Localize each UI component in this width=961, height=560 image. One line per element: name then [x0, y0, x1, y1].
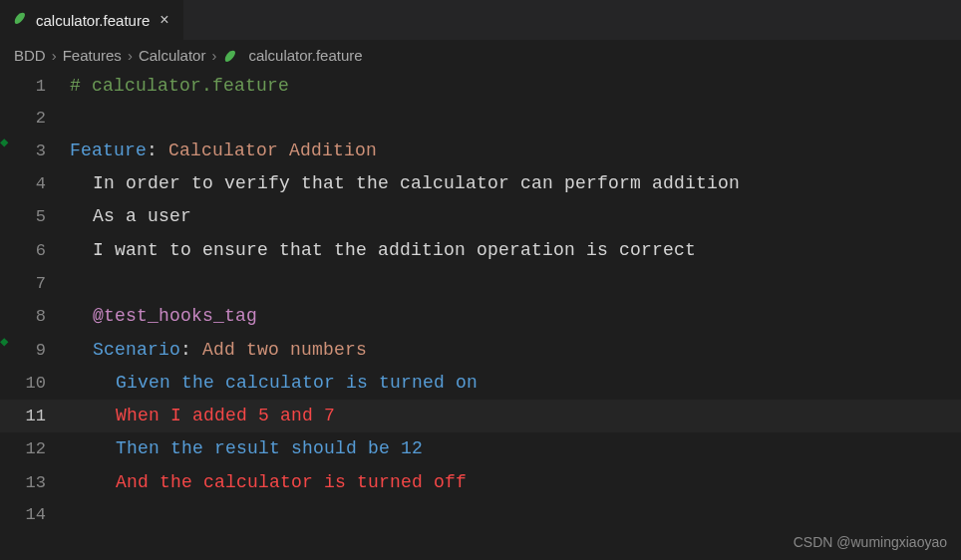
code-line[interactable]: ◆3 Feature: Calculator Addition — [0, 135, 961, 167]
code-line[interactable]: 14 — [0, 499, 961, 530]
code-line[interactable]: 7 — [0, 267, 961, 300]
line-number: 8 — [0, 301, 70, 332]
step-keyword: When — [116, 406, 170, 425]
code-line[interactable]: 11 When I added 5 and 7 — [0, 400, 961, 432]
code-line[interactable]: 4 In order to verify that the calculator… — [0, 167, 961, 200]
tab-calculator-feature[interactable]: calculator.feature × — [0, 0, 184, 40]
code-line[interactable]: 13 And the calculator is turned off — [0, 466, 961, 499]
step-text: the calculator is turned off — [160, 472, 467, 492]
cucumber-icon — [12, 10, 28, 31]
tab-bar: calculator.feature × — [0, 0, 961, 40]
diamond-marker-icon: ◆ — [0, 335, 8, 349]
code-editor[interactable]: 1 # calculator.feature 2 ◆3 Feature: Cal… — [0, 70, 961, 530]
step-keyword: Given — [116, 373, 181, 393]
code-line[interactable]: 6 I want to ensure that the addition ope… — [0, 234, 961, 267]
comment-text: # calculator.feature — [70, 76, 289, 96]
breadcrumb[interactable]: BDD › Features › Calculator › calculator… — [0, 40, 961, 70]
step-text: the calculator is turned on — [181, 373, 478, 393]
line-number: ◆9 — [0, 335, 70, 366]
breadcrumb-item[interactable]: calculator.feature — [248, 47, 362, 64]
chevron-right-icon: › — [52, 47, 57, 64]
code-line[interactable]: 2 — [0, 103, 961, 134]
description-text: In order to verify that the calculator c… — [93, 173, 740, 193]
code-line[interactable]: 8 @test_hooks_tag — [0, 300, 961, 333]
step-keyword: Then — [116, 438, 170, 458]
line-number: ◆3 — [0, 136, 70, 166]
line-number: 11 — [0, 401, 70, 431]
line-number: 2 — [0, 103, 70, 134]
cucumber-icon — [222, 46, 242, 64]
step-text: the result should be 12 — [170, 438, 423, 458]
chevron-right-icon: › — [128, 47, 133, 64]
step-keyword: And — [116, 472, 160, 492]
tab-label: calculator.feature — [36, 12, 150, 29]
watermark-text: CSDN @wumingxiaoyao — [794, 534, 947, 550]
chevron-right-icon: › — [211, 47, 216, 64]
code-line[interactable]: 1 # calculator.feature — [0, 70, 961, 103]
keyword: Feature — [70, 140, 147, 160]
description-text: I want to ensure that the addition opera… — [93, 240, 696, 260]
line-number: 10 — [0, 368, 70, 399]
line-number: 4 — [0, 168, 70, 199]
code-line[interactable]: 10 Given the calculator is turned on — [0, 367, 961, 400]
diamond-marker-icon: ◆ — [0, 136, 8, 149]
line-number: 5 — [0, 201, 70, 232]
line-number: 12 — [0, 433, 70, 464]
step-text: I added 5 and 7 — [170, 406, 335, 425]
description-text: As a user — [93, 206, 191, 226]
breadcrumb-item[interactable]: BDD — [14, 47, 46, 64]
code-line[interactable]: ◆9 Scenario: Add two numbers — [0, 334, 961, 367]
code-line[interactable]: 5 As a user — [0, 200, 961, 233]
line-number: 1 — [0, 71, 70, 102]
breadcrumb-item[interactable]: Features — [63, 47, 122, 64]
line-number: 14 — [0, 499, 70, 530]
keyword: Scenario — [93, 340, 180, 360]
tag-text: @test_hooks_tag — [93, 306, 257, 326]
breadcrumb-item[interactable]: Calculator — [139, 47, 206, 64]
code-line[interactable]: 12 Then the result should be 12 — [0, 432, 961, 465]
close-icon[interactable]: × — [158, 11, 170, 29]
line-number: 7 — [0, 268, 70, 299]
feature-name: Calculator Addition — [168, 140, 377, 160]
scenario-name: Add two numbers — [202, 340, 367, 360]
line-number: 13 — [0, 467, 70, 498]
line-number: 6 — [0, 235, 70, 266]
